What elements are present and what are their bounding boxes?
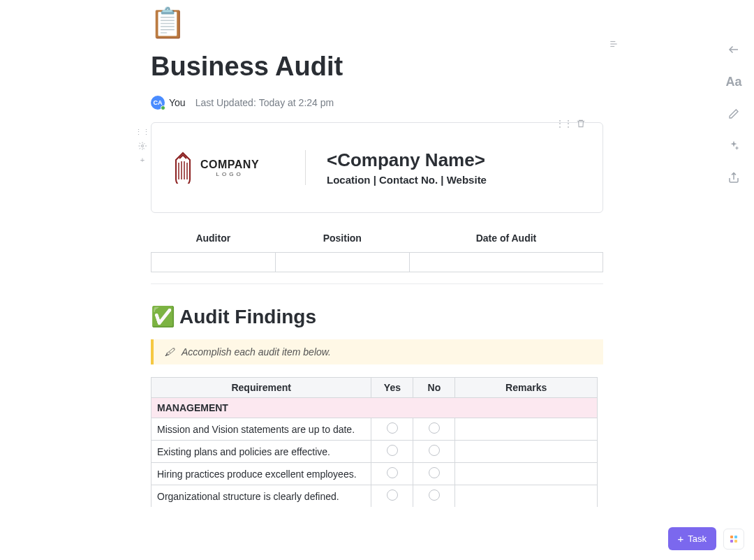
drag-handle-icon[interactable]: ⋮⋮ — [559, 119, 569, 128]
plus-icon[interactable]: + — [138, 155, 147, 165]
avatar-initials: CA — [154, 99, 163, 106]
page-icon[interactable]: 📋 — [151, 6, 184, 39]
section-heading: ✅ Audit Findings — [151, 305, 603, 328]
divider — [151, 283, 603, 284]
col-yes: Yes — [371, 378, 413, 398]
company-name[interactable]: <Company Name> — [327, 149, 582, 171]
apps-button[interactable] — [723, 529, 744, 550]
note-banner: 🖊 Accomplish each audit item below. — [151, 339, 603, 364]
company-block[interactable]: ⋮⋮ ⋮⋮ + COMPANY LOGO — [151, 122, 603, 213]
remarks-cell[interactable] — [455, 485, 598, 508]
company-logo: COMPANY LOGO — [172, 152, 284, 184]
table-row: Hiring practices produce excellent emplo… — [151, 463, 598, 485]
apps-grid-icon — [730, 536, 737, 543]
info-cell-auditor[interactable] — [151, 253, 276, 272]
note-text: Accomplish each audit item below. — [182, 346, 331, 358]
requirement-cell[interactable]: Organizational structure is clearly defi… — [151, 485, 371, 508]
requirement-cell[interactable]: Existing plans and policies are effectiv… — [151, 441, 371, 463]
company-subline[interactable]: Location | Contact No. | Website — [327, 174, 582, 186]
avatar[interactable]: CA — [151, 96, 165, 110]
sparkle-icon[interactable] — [726, 138, 741, 154]
logo-text: COMPANY — [200, 159, 259, 171]
radio-no[interactable] — [429, 445, 440, 456]
table-row: Mission and Vision statements are up to … — [151, 418, 598, 441]
info-header-auditor: Auditor — [151, 224, 276, 253]
right-rail: Aa — [726, 42, 741, 186]
col-requirement: Requirement — [151, 378, 371, 398]
table-row: Existing plans and policies are effectiv… — [151, 441, 598, 463]
note-icon: 🖊 — [165, 346, 175, 358]
collapse-icon[interactable] — [726, 42, 741, 57]
task-button-label: Task — [688, 533, 707, 544]
radio-yes[interactable] — [387, 422, 398, 434]
radio-no[interactable] — [429, 489, 440, 501]
share-icon[interactable] — [726, 170, 741, 186]
remarks-cell[interactable] — [455, 418, 598, 441]
drag-icon[interactable]: ⋮⋮ — [138, 127, 147, 137]
edit-icon[interactable] — [726, 106, 741, 121]
radio-yes[interactable] — [387, 445, 398, 456]
svg-point-3 — [142, 145, 144, 147]
info-header-date: Date of Audit — [409, 224, 603, 253]
requirement-cell[interactable]: Hiring practices produce excellent emplo… — [151, 463, 371, 485]
author-label: You — [169, 97, 186, 108]
gear-icon[interactable] — [138, 141, 147, 151]
plus-icon: + — [678, 533, 684, 545]
last-updated-value: Today at 2:24 pm — [259, 97, 334, 108]
findings-table: Requirement Yes No Remarks MANAGEMENT Mi… — [151, 377, 598, 507]
category-cell: MANAGEMENT — [151, 398, 598, 418]
radio-yes[interactable] — [387, 489, 398, 501]
toc-icon[interactable] — [608, 39, 619, 51]
divider — [305, 150, 306, 185]
col-no: No — [413, 378, 455, 398]
info-cell-date[interactable] — [409, 253, 603, 272]
remarks-cell[interactable] — [455, 441, 598, 463]
radio-no[interactable] — [429, 422, 440, 434]
info-header-position: Position — [275, 224, 409, 253]
logo-mark-icon — [172, 152, 193, 184]
radio-yes[interactable] — [387, 467, 398, 478]
trash-icon[interactable] — [576, 119, 586, 128]
info-cell-position[interactable] — [275, 253, 409, 272]
logo-subtext: LOGO — [216, 171, 243, 177]
font-icon[interactable]: Aa — [726, 74, 741, 89]
heading-icon: ✅ — [151, 305, 175, 328]
remarks-cell[interactable] — [455, 463, 598, 485]
table-row: Organizational structure is clearly defi… — [151, 485, 598, 508]
requirement-cell[interactable]: Mission and Vision statements are up to … — [151, 418, 371, 441]
heading-text: Audit Findings — [179, 306, 316, 328]
info-table: Auditor Position Date of Audit — [151, 224, 603, 272]
task-button[interactable]: + Task — [668, 527, 717, 550]
col-remarks: Remarks — [455, 378, 598, 398]
radio-no[interactable] — [429, 467, 440, 478]
meta-row: CA You Last Updated: Today at 2:24 pm — [151, 96, 603, 110]
page-title: Business Audit — [151, 52, 603, 82]
presence-dot — [161, 105, 165, 110]
last-updated-label: Last Updated: — [195, 97, 256, 108]
